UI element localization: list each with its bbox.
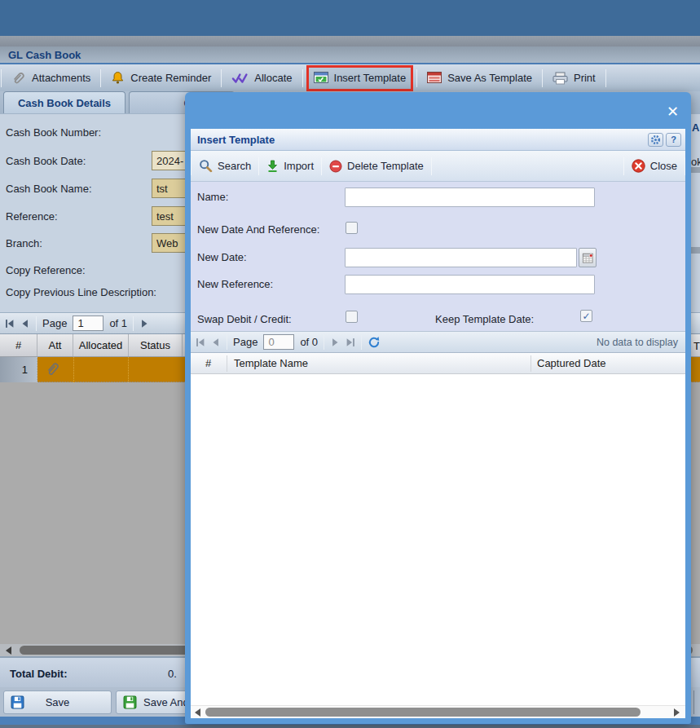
save-button-label: Save	[46, 696, 70, 708]
print-label: Print	[574, 72, 596, 84]
new-date-and-reference-label: New Date And Reference:	[197, 223, 319, 236]
new-date-input[interactable]	[345, 248, 577, 267]
scroll-left-arrow-icon[interactable]	[195, 708, 200, 717]
tab-cash-book-details[interactable]: Cash Book Details	[3, 91, 125, 113]
column-header-att[interactable]: Att	[37, 334, 73, 356]
help-button[interactable]: ?	[666, 133, 681, 147]
page-label: Page	[233, 336, 258, 348]
prev-page-icon[interactable]	[20, 319, 30, 329]
column-header-captured-date[interactable]: Captured Date	[537, 357, 606, 369]
delete-template-label: Delete Template	[347, 160, 424, 172]
right-edge-fragment-ok: ok	[691, 156, 700, 168]
next-page-icon[interactable]	[139, 319, 149, 329]
page-title-bar: GL Cash Book	[0, 46, 700, 64]
first-page-icon[interactable]	[5, 319, 15, 329]
template-grid-body	[191, 374, 685, 705]
name-label: Name:	[197, 191, 228, 203]
allocate-label: Allocate	[254, 72, 292, 84]
close-button[interactable]: Close	[624, 159, 685, 173]
create-reminder-button[interactable]: Create Reminder	[102, 67, 220, 90]
copy-reference-label: Copy Reference:	[6, 264, 86, 276]
page-number-input[interactable]	[73, 315, 103, 331]
column-header-status[interactable]: Status	[129, 334, 183, 356]
toolbar-separator	[221, 69, 222, 87]
right-edge-field-fragment	[691, 247, 700, 254]
keep-template-date-label: Keep Template Date:	[435, 313, 534, 325]
pager-separator	[361, 335, 362, 350]
row-number-cell: 1	[0, 357, 37, 382]
template-grid-scrollbar[interactable]	[191, 705, 685, 718]
close-x-circle-icon	[632, 159, 645, 173]
save-as-template-button[interactable]: Save As Template	[418, 67, 541, 90]
close-label: Close	[650, 160, 677, 172]
first-page-icon[interactable]	[196, 338, 205, 347]
print-button[interactable]: Print	[544, 67, 605, 90]
help-question-icon: ?	[671, 135, 676, 144]
branch-label: Branch:	[6, 237, 42, 249]
scroll-right-arrow-icon[interactable]	[674, 708, 680, 717]
toolbar-separator	[605, 69, 606, 87]
cash-book-name-label: Cash Book Name:	[6, 183, 92, 195]
search-button[interactable]: Search	[192, 159, 258, 173]
column-header-number[interactable]: #	[0, 334, 37, 356]
insert-template-button[interactable]: Insert Template	[306, 65, 414, 91]
column-header-template-name[interactable]: Template Name	[234, 357, 308, 369]
import-button[interactable]: Import	[259, 160, 321, 173]
column-header-allocated[interactable]: Allocated	[73, 334, 129, 356]
scroll-left-arrow-icon[interactable]	[6, 646, 11, 655]
page-of-label: of 1	[109, 317, 127, 329]
toolbar-separator	[416, 69, 417, 87]
import-download-icon	[266, 160, 279, 173]
page-number-input[interactable]	[263, 334, 294, 350]
toolbar-separator	[302, 69, 303, 87]
allocate-button[interactable]: Allocate	[222, 67, 301, 90]
last-page-icon[interactable]	[346, 338, 355, 347]
toolbar-separator	[1, 69, 2, 87]
create-reminder-label: Create Reminder	[130, 72, 211, 84]
printer-icon	[553, 72, 568, 85]
pager-separator	[227, 335, 227, 350]
dialog-close-x-icon[interactable]: ✕	[667, 103, 679, 121]
cash-book-number-label: Cash Book Number:	[6, 126, 101, 139]
bell-icon	[111, 71, 125, 85]
copy-previous-line-description-label: Copy Previous Line Description:	[6, 286, 156, 298]
browser-top-strip	[0, 0, 700, 36]
save-as-template-icon	[427, 72, 442, 84]
save-and-floppy-icon	[123, 695, 137, 709]
save-button[interactable]: Save	[3, 690, 112, 714]
attachments-button[interactable]: Attachments	[2, 67, 99, 90]
page-label: Page	[42, 317, 67, 329]
attachments-label: Attachments	[32, 72, 90, 84]
keep-template-date-checkbox[interactable]: ✓	[580, 310, 592, 322]
delete-template-button[interactable]: Delete Template	[322, 160, 431, 173]
tab-cash-book-details-label: Cash Book Details	[18, 97, 111, 109]
date-picker-button[interactable]	[579, 248, 597, 267]
template-grid-pager: Page of 0 No data to display	[191, 331, 685, 353]
refresh-icon[interactable]	[368, 336, 381, 349]
paperclip-icon	[11, 71, 26, 86]
cash-book-date-label: Cash Book Date:	[6, 155, 86, 167]
column-header-number[interactable]: #	[205, 357, 211, 369]
name-input[interactable]	[345, 188, 595, 207]
save-and-button-label: Save And	[143, 696, 189, 708]
toolbar-separator	[542, 69, 543, 87]
pager-separator	[133, 316, 134, 331]
insert-template-dialog: ✕ Insert Template ? Sea	[185, 92, 691, 724]
toolbar-separator	[431, 157, 432, 175]
swap-debit-credit-checkbox[interactable]	[346, 311, 358, 323]
pager-separator	[324, 335, 324, 350]
scrollbar-thumb[interactable]	[205, 708, 641, 717]
total-debit-label: Total Debit:	[10, 668, 68, 680]
dialog-header: Insert Template ?	[191, 129, 685, 151]
template-grid-header: # Template Name Captured Date	[191, 353, 685, 374]
prev-page-icon[interactable]	[211, 338, 221, 347]
next-page-icon[interactable]	[330, 338, 340, 347]
new-date-and-reference-checkbox[interactable]	[346, 222, 358, 234]
new-reference-input[interactable]	[345, 275, 595, 294]
settings-gear-button[interactable]	[648, 133, 663, 147]
page-title: GL Cash Book	[8, 49, 81, 61]
right-edge-fragment-a: A	[692, 121, 699, 134]
column-divider	[227, 355, 227, 372]
delete-minus-icon	[329, 160, 342, 173]
import-label: Import	[284, 160, 314, 172]
